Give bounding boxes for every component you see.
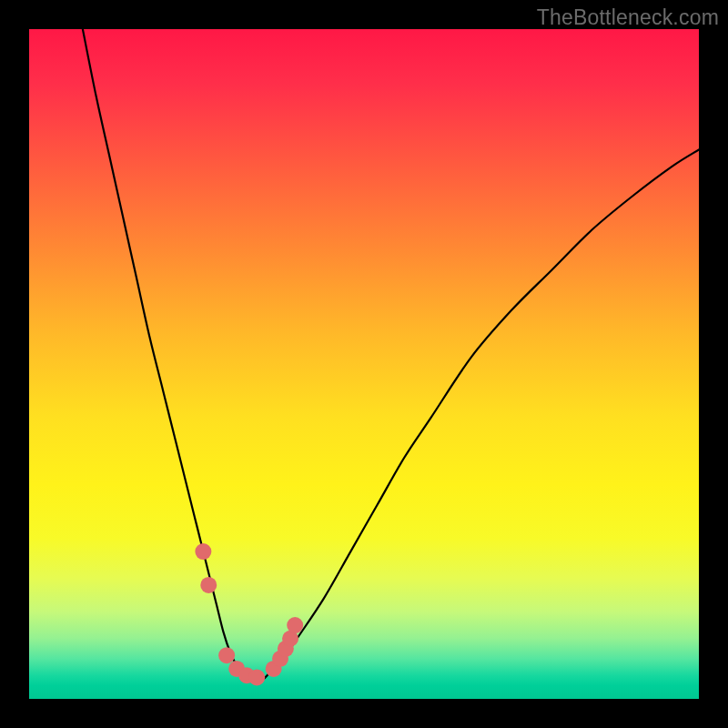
bottleneck-curve xyxy=(83,29,699,679)
marker-group xyxy=(195,543,303,685)
highlight-marker xyxy=(218,647,235,663)
highlight-marker xyxy=(200,577,217,593)
highlight-marker xyxy=(195,543,211,560)
highlight-marker xyxy=(287,617,303,633)
plot-area xyxy=(29,29,699,699)
watermark-text: TheBottleneck.com xyxy=(537,5,719,30)
curve-layer xyxy=(29,29,699,699)
chart-frame: TheBottleneck.com xyxy=(0,0,728,728)
highlight-marker xyxy=(248,669,265,685)
